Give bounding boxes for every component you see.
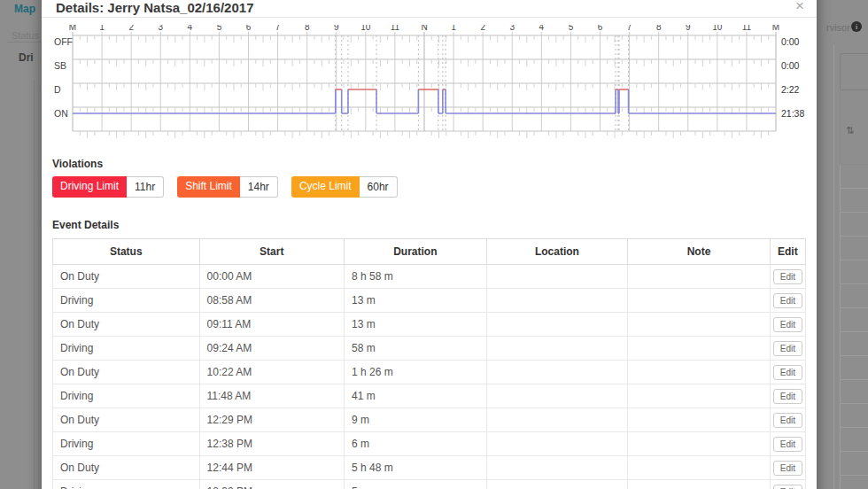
edit-button[interactable]: Edit — [773, 437, 802, 452]
svg-text:10: 10 — [712, 25, 723, 32]
details-modal: Details: Jerry Natsa_02/16/2017 × M12345… — [42, 0, 817, 489]
background-table-rows — [840, 165, 868, 489]
svg-text:M: M — [772, 25, 779, 32]
cell-start: 09:24 AM — [199, 337, 345, 361]
violations-badges: Driving Limit11hrShift Limit14hrCycle Li… — [52, 176, 806, 198]
cell-location — [486, 265, 628, 289]
cell-duration: 58 m — [345, 337, 487, 361]
cell-edit: Edit — [770, 313, 805, 337]
cell-start: 08:58 AM — [199, 289, 345, 313]
svg-text:6: 6 — [598, 25, 603, 32]
status-label: Status — [12, 30, 39, 41]
cell-status: Driving — [53, 480, 200, 489]
edit-button[interactable]: Edit — [773, 461, 802, 476]
info-icon[interactable]: i — [851, 21, 862, 32]
svg-text:M: M — [69, 25, 76, 32]
violation-label: Cycle Limit — [291, 176, 360, 198]
cell-note — [628, 361, 771, 384]
svg-text:8: 8 — [656, 25, 662, 32]
column-header-duration: Duration — [345, 239, 487, 265]
violation-cycle-limit-badge: Cycle Limit60hr — [291, 176, 398, 198]
cell-start: 11:48 AM — [199, 384, 345, 408]
svg-text:3: 3 — [158, 25, 163, 32]
cell-duration: 41 m — [345, 384, 487, 408]
cell-duration: 13 m — [345, 289, 487, 313]
violations-section: Violations Driving Limit11hrShift Limit1… — [52, 158, 806, 198]
background-header-cell: ⇅ — [840, 90, 868, 165]
violation-shift-limit-badge: Shift Limit14hr — [177, 176, 278, 198]
cell-note — [628, 480, 771, 489]
cell-duration: 9 m — [345, 408, 487, 432]
cell-duration: 6 m — [345, 432, 487, 456]
svg-text:0:00: 0:00 — [781, 36, 800, 47]
cell-edit: Edit — [770, 337, 805, 361]
column-header-note: Note — [628, 239, 771, 265]
edit-button[interactable]: Edit — [773, 293, 802, 308]
map-tab[interactable]: Map — [14, 3, 35, 15]
edit-button[interactable]: Edit — [773, 269, 802, 284]
svg-text:2: 2 — [480, 25, 485, 32]
svg-text:D: D — [54, 84, 61, 95]
svg-text:2:22: 2:22 — [781, 84, 800, 95]
edit-button[interactable]: Edit — [773, 317, 802, 332]
edit-button[interactable]: Edit — [773, 413, 802, 428]
table-row: Driving11:48 AM41 mEdit — [53, 384, 806, 408]
close-icon[interactable]: × — [795, 0, 804, 13]
cell-duration: 5 m — [345, 480, 487, 489]
cell-note — [628, 384, 771, 408]
svg-text:4: 4 — [539, 25, 545, 32]
event-details-section: Event Details StatusStartDurationLocatio… — [52, 219, 806, 489]
svg-text:ON: ON — [54, 108, 68, 119]
svg-text:9: 9 — [686, 25, 691, 32]
cell-location — [486, 313, 628, 337]
cell-status: Driving — [53, 289, 200, 313]
table-row: Driving18:32 PM5 mEdit — [53, 480, 806, 489]
svg-text:11: 11 — [742, 25, 752, 32]
cell-edit: Edit — [770, 456, 805, 480]
svg-text:4: 4 — [188, 25, 193, 32]
event-table-body: On Duty00:00 AM8 h 58 mEditDriving08:58 … — [53, 265, 806, 489]
svg-text:7: 7 — [275, 25, 281, 32]
cell-location — [486, 456, 628, 480]
table-row: Driving09:24 AM58 mEdit — [53, 337, 806, 361]
sort-icon[interactable]: ⇅ — [846, 125, 854, 136]
svg-text:6: 6 — [246, 25, 252, 32]
cell-start: 10:22 AM — [199, 361, 345, 384]
table-row: On Duty12:44 PM5 h 48 mEdit — [53, 456, 806, 480]
edit-button[interactable]: Edit — [773, 485, 802, 489]
svg-text:5: 5 — [217, 25, 222, 32]
table-row: On Duty10:22 AM1 h 26 mEdit — [53, 361, 806, 384]
violation-limit-value: 14hr — [240, 176, 278, 198]
cell-duration: 8 h 58 m — [345, 265, 487, 289]
svg-text:9: 9 — [334, 25, 339, 32]
svg-text:21:38: 21:38 — [781, 108, 804, 119]
cell-note — [628, 432, 771, 456]
column-header-edit: Edit — [770, 239, 805, 265]
cell-note — [628, 313, 771, 337]
column-header-status: Status — [53, 239, 200, 265]
svg-text:3: 3 — [509, 25, 515, 32]
cell-location — [486, 384, 628, 408]
cell-location — [486, 361, 628, 384]
edit-button[interactable]: Edit — [773, 389, 802, 404]
cell-edit: Edit — [770, 480, 805, 489]
background-table-border-right — [833, 44, 834, 489]
svg-text:0:00: 0:00 — [781, 60, 800, 71]
cell-start: 12:29 PM — [199, 408, 345, 432]
background-panel-border — [7, 42, 42, 43]
cell-location — [486, 480, 628, 489]
cell-location — [486, 289, 628, 313]
table-header-row: StatusStartDurationLocationNoteEdit — [53, 239, 806, 265]
svg-text:SB: SB — [54, 60, 66, 71]
modal-title: Details: Jerry Natsa_02/16/2017 — [56, 0, 802, 15]
violation-driving-limit-badge: Driving Limit11hr — [52, 176, 164, 198]
column-header-start: Start — [199, 239, 345, 265]
cell-status: Driving — [53, 432, 200, 456]
edit-button[interactable]: Edit — [773, 365, 802, 380]
cell-status: On Duty — [53, 456, 200, 480]
violation-limit-value: 11hr — [127, 176, 164, 198]
cell-status: On Duty — [53, 313, 200, 337]
edit-button[interactable]: Edit — [773, 341, 802, 356]
modal-body: M1234567891011N1234567891011MOFF0:00SB0:… — [42, 18, 817, 489]
cell-edit: Edit — [770, 361, 805, 384]
